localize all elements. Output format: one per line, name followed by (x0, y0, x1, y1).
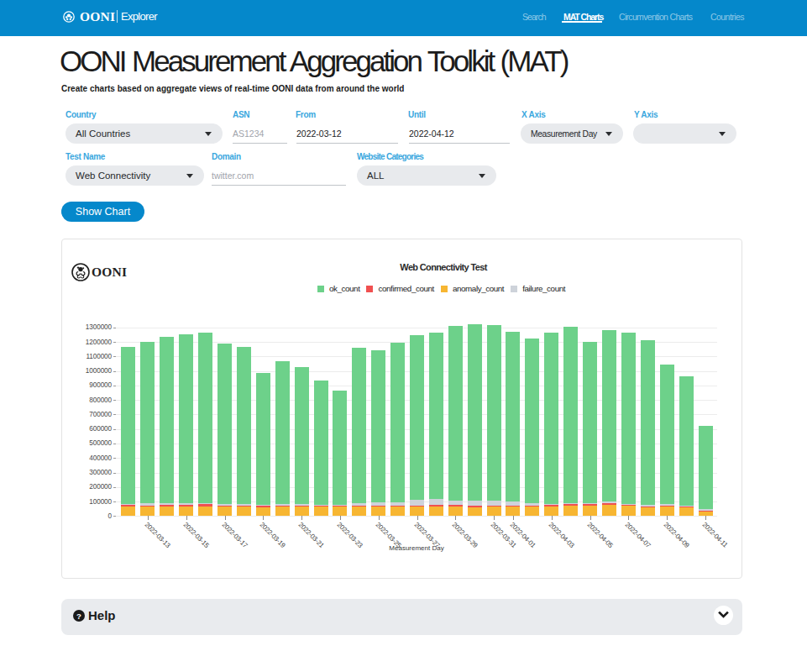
svg-text:?: ? (76, 612, 81, 621)
